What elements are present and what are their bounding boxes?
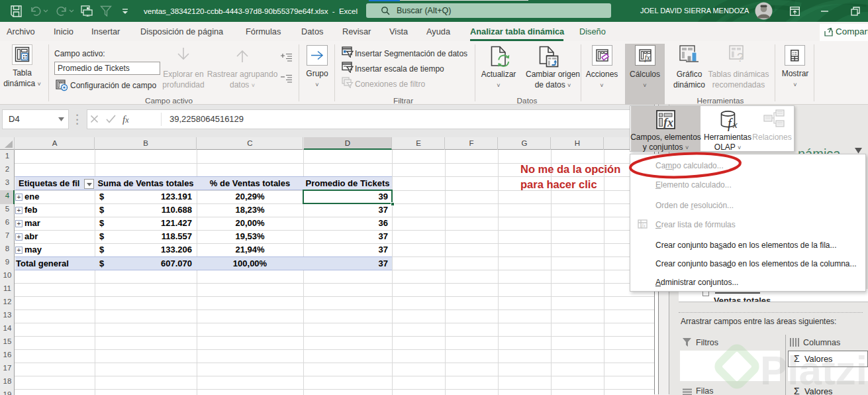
svg-text:?: ? <box>737 51 744 64</box>
svg-text:fx: fx <box>645 54 651 62</box>
svg-text:fx: fx <box>663 116 673 129</box>
svg-text:Platzi: Platzi <box>760 347 867 393</box>
svg-text:x: x <box>732 119 738 130</box>
svg-text:fx: fx <box>642 223 646 229</box>
